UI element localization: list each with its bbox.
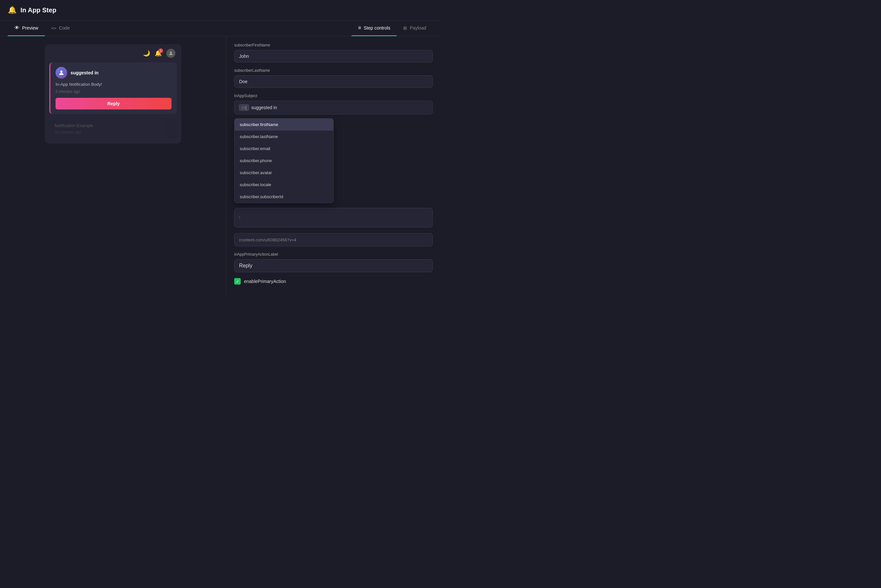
moon-icon: 🌙 <box>143 50 150 57</box>
primary-action-text: Reply <box>239 263 252 268</box>
notification-count-badge: 1 <box>159 48 163 53</box>
field-group-first-name: subscriberFirstName <box>234 43 433 62</box>
eye-icon: 👁 <box>14 25 19 31</box>
primary-action-wrap[interactable]: Reply <box>234 259 433 272</box>
svg-point-0 <box>170 52 172 53</box>
right-tabs: ≡ Step controls ⊞ Payload <box>352 21 433 36</box>
main-layout: 🌙 🔔 1 suggested in <box>0 36 440 295</box>
input-subscriber-first-name[interactable] <box>234 50 433 62</box>
svg-point-1 <box>60 70 63 73</box>
notification-card-primary: suggested in In-App Notification Body! 5… <box>49 62 177 114</box>
label-in-app-primary-action: inAppPrimaryActionLabel <box>234 252 433 256</box>
tab-payload[interactable]: ⊞ Payload <box>397 21 433 36</box>
template-tag: {} {{ <box>239 104 249 111</box>
phone-mockup: 🌙 🔔 1 suggested in <box>45 44 181 144</box>
subscriber-dropdown: subscriber.firstName subscriber.lastName… <box>234 118 334 203</box>
label-subscriber-first-name: subscriberFirstName <box>234 43 433 47</box>
dropdown-item-subscriberid[interactable]: subscriber.subscriberId <box>235 191 333 203</box>
right-panel-controls: subscriberFirstName subscriberLastName i… <box>226 36 440 295</box>
dropdown-item-phone[interactable]: subscriber.phone <box>235 154 333 166</box>
tab-code[interactable]: <> Code <box>45 21 76 36</box>
template-tag-text: {{ <box>244 105 247 110</box>
tab-step-controls-label: Step controls <box>364 26 391 30</box>
notif-time: 5 minutes ago <box>55 89 172 94</box>
dropdown-item-email[interactable]: subscriber.email <box>235 142 333 154</box>
notif-avatar <box>55 67 67 79</box>
notification-card-secondary: Notification Example 10 minutes ago <box>49 118 177 139</box>
tab-payload-label: Payload <box>410 26 426 30</box>
tab-code-label: Code <box>59 26 69 30</box>
label-subscriber-last-name: subscriberLastName <box>234 68 433 73</box>
tabs-row: 👁 Preview <> Code ≡ Step controls ⊞ Payl… <box>0 21 440 36</box>
template-tag-icon: {} <box>241 106 244 110</box>
header: 🔔 In App Step <box>0 0 440 21</box>
dropdown-item-locale[interactable]: subscriber.locale <box>235 178 333 191</box>
dropdown-item-lastname[interactable]: subscriber.lastName <box>235 130 333 142</box>
tab-preview-label: Preview <box>22 26 38 30</box>
label-in-app-subject: inAppSubject <box>234 93 433 98</box>
enable-primary-action-label: enablePrimaryAction <box>244 279 286 284</box>
tab-step-controls[interactable]: ≡ Step controls <box>352 21 397 36</box>
tab-preview[interactable]: 👁 Preview <box>8 21 45 36</box>
field-group-primary-action-label: inAppPrimaryActionLabel Reply <box>234 252 433 272</box>
notif-title-secondary: Notification Example <box>55 123 172 128</box>
notif-header: suggested in <box>55 67 172 79</box>
page-title: In App Step <box>21 6 56 14</box>
enable-primary-action-row: ✓ enablePrimaryAction <box>234 278 433 285</box>
avatar-field-wrap[interactable]: rcontent.com/u/63902456?v=4 <box>234 233 433 246</box>
notif-time-secondary: 10 minutes ago <box>55 130 172 135</box>
avatar-url-text: rcontent.com/u/63902456?v=4 <box>239 237 296 242</box>
input-subscriber-last-name[interactable] <box>234 75 433 88</box>
in-app-body-text: ! <box>239 215 240 220</box>
field-group-last-name: subscriberLastName <box>234 68 433 88</box>
subject-text: suggested in <box>251 105 277 110</box>
phone-topbar: 🌙 🔔 1 <box>45 44 181 62</box>
field-group-in-app-body: ! <box>234 208 433 227</box>
step-controls-icon: ≡ <box>358 25 361 31</box>
left-panel-preview: 🌙 🔔 1 suggested in <box>0 36 226 295</box>
field-group-in-app-avatar: rcontent.com/u/63902456?v=4 <box>234 233 433 246</box>
reply-button[interactable]: Reply <box>55 98 172 110</box>
subject-input-wrap[interactable]: {} {{ suggested in <box>234 101 433 114</box>
user-avatar-icon <box>166 49 175 58</box>
dropdown-item-firstname[interactable]: subscriber.firstName <box>235 118 333 130</box>
notif-body: In-App Notification Body! <box>55 82 172 87</box>
enable-primary-action-checkbox[interactable]: ✓ <box>234 278 241 285</box>
in-app-body-area[interactable]: ! <box>234 208 433 227</box>
bell-icon: 🔔 <box>8 6 16 14</box>
notif-title: suggested in <box>70 70 99 75</box>
bell-notification-icon: 🔔 1 <box>154 50 162 57</box>
dropdown-item-avatar[interactable]: subscriber.avatar <box>235 166 333 178</box>
code-icon: <> <box>51 26 57 30</box>
field-group-in-app-subject: inAppSubject {} {{ suggested in subscrib… <box>234 93 433 114</box>
payload-icon: ⊞ <box>403 26 407 30</box>
